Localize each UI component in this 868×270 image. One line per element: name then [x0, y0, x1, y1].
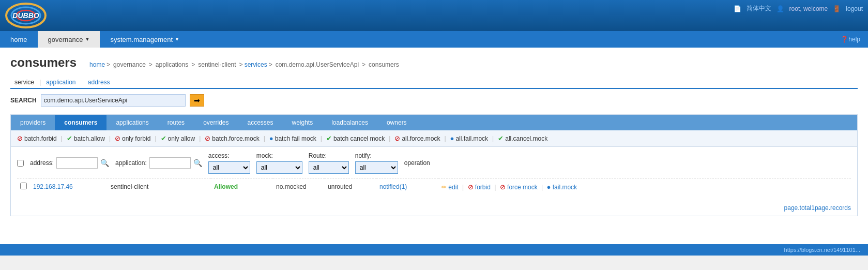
sub-nav-address[interactable]: address	[84, 77, 114, 88]
pencil-icon: ✏	[441, 184, 447, 191]
force-mock-link[interactable]: force mock	[507, 184, 538, 191]
search-label: SEARCH	[10, 97, 37, 104]
user-text: root, welcome	[789, 5, 828, 12]
notify-filter-select[interactable]: all notified unnotified	[355, 161, 398, 174]
only-forbid-action[interactable]: ⊘ only forbid	[115, 134, 150, 142]
all-fail-mock-label: all.fail.mock	[455, 135, 488, 142]
tab-owners[interactable]: owners	[377, 115, 416, 130]
notify-link[interactable]: notified(1)	[379, 183, 407, 190]
logout-icon: 🚪	[833, 5, 841, 12]
allow-icon: ✔	[67, 134, 72, 142]
tab-consumers[interactable]: consumers	[55, 115, 106, 130]
only-allow-action[interactable]: ✔ only allow	[161, 134, 195, 142]
nav-home[interactable]: home	[0, 31, 38, 48]
all-cancel-mock-label: all.cancel.mock	[505, 135, 547, 142]
batch-fail-mock-label: batch fail mock	[275, 135, 316, 142]
nav-system[interactable]: system.management ▼	[100, 31, 190, 48]
action-bar: ⊘ batch.forbid | ✔ batch.allow | ⊘ only …	[11, 130, 857, 147]
only-forbid-label: only forbid	[122, 135, 150, 142]
application-filter-input[interactable]	[149, 157, 191, 169]
operation-cell: ✏ edit | ⊘ forbid | ⊘ force mock | ● fai…	[438, 178, 851, 196]
application-search-icon[interactable]: 🔍	[193, 159, 202, 167]
footer-link[interactable]: https://blogs.cn.net/1491101...	[784, 247, 860, 253]
table-area: address: 🔍 application: 🔍 access: all al…	[11, 147, 857, 200]
tab-routes[interactable]: routes	[158, 115, 194, 130]
chevron-down-icon: ▼	[175, 37, 179, 42]
all-cancel-icon: ✔	[498, 134, 504, 142]
mock-col-header: mock:	[256, 152, 302, 159]
mock-filter-select[interactable]: all mocked no.mocked	[256, 161, 302, 174]
row-checkbox[interactable]	[20, 183, 27, 189]
search-button[interactable]: ➡	[190, 94, 204, 107]
main-content: consumers home > governance > applicatio…	[0, 48, 868, 244]
sub-nav-application[interactable]: application	[42, 77, 80, 88]
address-filter-group: address: 🔍	[30, 157, 109, 169]
footer: https://blogs.cn.net/1491101...	[0, 244, 868, 256]
mock-value: no.mocked	[276, 183, 307, 190]
access-col-header: access:	[208, 152, 250, 159]
route-filter-select[interactable]: all routed unrouted	[309, 161, 349, 174]
batch-allow-action[interactable]: ✔ batch.allow	[67, 134, 105, 142]
nav-governance[interactable]: governance ▼	[38, 31, 100, 48]
sub-nav: service | application address	[10, 77, 858, 89]
main-nav: home governance ▼ system.management ▼ ❓ …	[0, 31, 868, 48]
tab-weights[interactable]: weights	[283, 115, 323, 130]
tab-providers[interactable]: providers	[11, 115, 55, 130]
all-cancel-mock-action[interactable]: ✔ all.cancel.mock	[498, 134, 547, 142]
forbid-link[interactable]: forbid	[475, 184, 491, 191]
cancel-mock-icon: ✔	[326, 134, 332, 142]
all-force-icon: ⊘	[394, 134, 400, 142]
breadcrumb: home > governance > applications > senti…	[89, 61, 401, 68]
force-row-icon: ⊘	[500, 183, 506, 191]
batch-force-mock-action[interactable]: ⊘ batch.force.mock	[205, 134, 259, 142]
search-input[interactable]	[41, 94, 186, 107]
page-icon: 📄	[734, 5, 741, 12]
operation-col-label: operation	[404, 159, 430, 167]
filter-row: address: 🔍 application: 🔍 access: all al…	[17, 152, 851, 174]
access-value: Allowed	[214, 183, 238, 190]
address-link[interactable]: 192.168.17.46	[33, 183, 73, 190]
sub-nav-service[interactable]: service	[10, 77, 38, 89]
user-icon: 👤	[776, 5, 784, 12]
all-fail-mock-action[interactable]: ● all.fail.mock	[450, 134, 489, 142]
chevron-down-icon: ▼	[85, 37, 89, 42]
content-panel: providers consumers applications routes …	[10, 114, 858, 216]
fail-mock-link[interactable]: fail.mock	[553, 184, 577, 191]
select-all-checkbox[interactable]	[17, 160, 24, 167]
route-value: unrouted	[328, 183, 352, 190]
lang-link[interactable]: 简体中文	[747, 4, 771, 13]
question-icon: ❓	[841, 36, 848, 43]
batch-forbid-label: batch.forbid	[24, 135, 57, 142]
logo: DUBBO	[5, 3, 47, 28]
logout-link[interactable]: logout	[846, 5, 863, 12]
help-link[interactable]: help	[848, 36, 860, 43]
batch-forbid-action[interactable]: ⊘ batch.forbid	[17, 134, 57, 142]
batch-cancel-mock-action[interactable]: ✔ batch cancel mock	[326, 134, 385, 142]
mock-filter-group: mock: all mocked no.mocked	[256, 152, 302, 174]
all-force-mock-label: all.force.mock	[402, 135, 440, 142]
batch-fail-mock-action[interactable]: ● batch fail mock	[269, 134, 316, 142]
tab-overrides[interactable]: overrides	[194, 115, 238, 130]
address-filter-label: address:	[30, 159, 54, 167]
tab-loadbalances[interactable]: loadbalances	[322, 115, 377, 130]
page-title: consumers	[10, 55, 77, 70]
access-filter-group: access: all allowed forbidden	[208, 152, 250, 174]
address-search-icon[interactable]: 🔍	[100, 159, 109, 167]
access-filter-select[interactable]: all allowed forbidden	[208, 161, 250, 174]
application-filter-label: application:	[115, 159, 147, 167]
forbid-icon-2: ⊘	[115, 134, 120, 142]
all-force-mock-action[interactable]: ⊘ all.force.mock	[394, 134, 440, 142]
tab-applications[interactable]: applications	[106, 115, 158, 130]
notify-col-header: notify:	[355, 152, 398, 159]
edit-link[interactable]: edit	[448, 184, 458, 191]
batch-allow-label: batch.allow	[74, 135, 105, 142]
breadcrumb-home[interactable]: home	[89, 61, 105, 68]
pagination-text: page.total1page.records	[784, 204, 851, 212]
tab-accesses[interactable]: accesses	[238, 115, 282, 130]
notify-filter-group: notify: all notified unnotified	[355, 152, 398, 174]
address-filter-input[interactable]	[56, 157, 98, 169]
nav-help: ❓ help	[841, 31, 868, 48]
fail-icon: ●	[269, 134, 273, 142]
fail-row-icon: ●	[547, 183, 551, 191]
breadcrumb-services[interactable]: services	[245, 61, 267, 68]
